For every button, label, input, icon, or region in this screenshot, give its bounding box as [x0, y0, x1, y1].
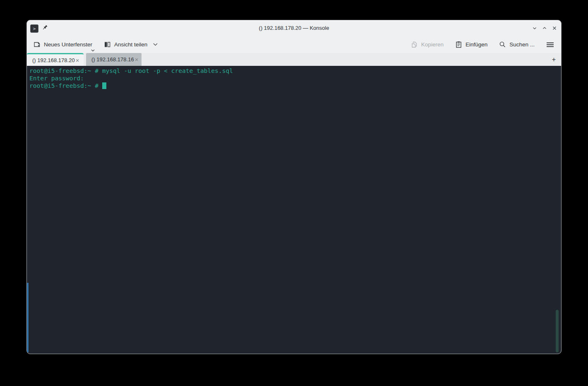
- titlebar[interactable]: > () 192.168.178.20 — Konsole: [27, 20, 561, 36]
- tab-new-icon: [34, 41, 41, 48]
- split-view-button[interactable]: Ansicht teilen: [103, 39, 158, 50]
- tab-session-2[interactable]: () 192.168.178.16 ×: [86, 53, 142, 66]
- tab-label: () 192.168.178.16: [91, 56, 134, 63]
- tab-session-1[interactable]: () 192.168.178.20 ×: [27, 53, 84, 66]
- maximize-button[interactable]: [541, 25, 548, 31]
- tab-label: () 192.168.178.20: [32, 57, 75, 63]
- tab-bar: () 192.168.178.20 × () 192.168.178.16 × …: [27, 53, 561, 66]
- copy-label: Kopieren: [421, 41, 444, 48]
- terminal-scrollbar-thumb[interactable]: [556, 310, 559, 352]
- window-controls: [531, 20, 558, 36]
- new-subwindow-label: Neues Unterfenster: [44, 41, 92, 48]
- terminal-screen[interactable]: root@i5-freebsd:~ # mysql -u root -p < c…: [27, 66, 561, 354]
- copy-icon: [411, 41, 418, 48]
- hamburger-menu-icon: [546, 42, 554, 48]
- split-view-label: Ansicht teilen: [114, 41, 147, 48]
- chevron-down-icon: [91, 49, 95, 52]
- menu-button[interactable]: [545, 40, 555, 49]
- view-split-icon: [104, 41, 111, 48]
- close-button[interactable]: [551, 25, 558, 31]
- chevron-down-icon: [153, 43, 158, 46]
- toolbar-right-group: Kopieren Einfügen: [410, 39, 555, 50]
- magnifier-icon: [499, 41, 506, 48]
- tab-close-icon[interactable]: ×: [134, 56, 139, 63]
- copy-button[interactable]: Kopieren: [410, 39, 444, 50]
- paste-label: Einfügen: [466, 41, 487, 48]
- toolbar-left-group: Neues Unterfenster Ansicht teilen: [33, 39, 158, 50]
- konsole-window: > () 192.168.178.20 — Konsole: [26, 20, 562, 354]
- search-label: Suchen ...: [509, 41, 535, 48]
- minimize-button[interactable]: [531, 25, 538, 31]
- terminal-line: root@i5-freebsd:~ # mysql -u root -p < c…: [29, 67, 561, 75]
- search-button[interactable]: Suchen ...: [498, 39, 535, 50]
- toolbar: Neues Unterfenster Ansicht teilen: [27, 36, 561, 53]
- terminal-line: Enter password:: [29, 75, 561, 82]
- new-tab-plus-icon[interactable]: +: [552, 56, 556, 63]
- terminal-line: root@i5-freebsd:~ #: [29, 82, 561, 89]
- tab-close-icon[interactable]: ×: [75, 57, 80, 63]
- clipboard-paste-icon: [455, 41, 462, 48]
- terminal-prompt: root@i5-freebsd:~ #: [29, 82, 102, 89]
- scroll-highlight-bar: [27, 283, 29, 352]
- new-subwindow-button[interactable]: Neues Unterfenster: [33, 39, 93, 50]
- terminal-cursor: [102, 82, 106, 89]
- paste-button[interactable]: Einfügen: [454, 39, 488, 50]
- window-title: () 192.168.178.20 — Konsole: [27, 20, 561, 36]
